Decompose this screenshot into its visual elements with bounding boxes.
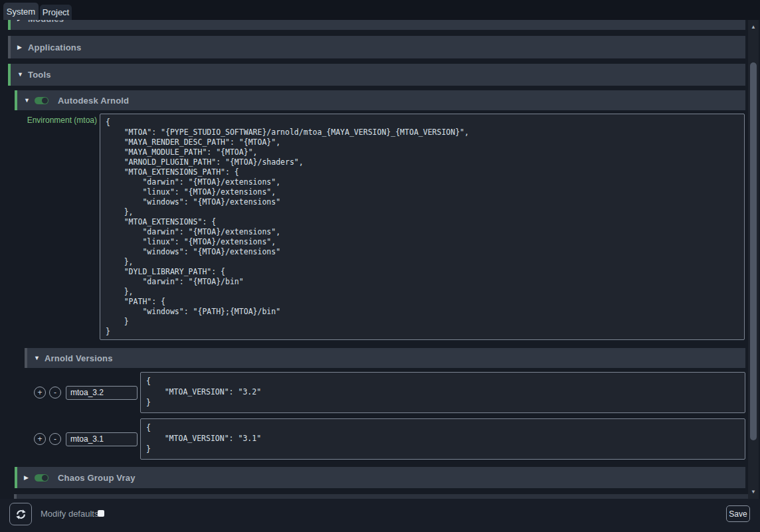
refresh-button[interactable] [9,503,32,525]
section-header-arnold-versions[interactable]: ▼ Arnold Versions [25,348,745,368]
footer-bar: Modify defaults Save [0,499,760,532]
expanded-arrow-icon: ▼ [24,98,35,104]
tab-bar: System Project [0,0,760,20]
section-header-modules[interactable]: ▶ Modules [8,20,745,30]
environment-mtoa-label: Environment (mtoa) [12,116,97,125]
add-version-button[interactable]: + [34,433,46,445]
version-environment-textarea[interactable]: { "MTOA_VERSION": "3.2" } [140,372,745,413]
environment-mtoa-textarea[interactable]: { "MTOA": "{PYPE_STUDIO_SOFTWARE}/arnold… [100,114,745,340]
section-header-autodesk-arnold[interactable]: ▼ Autodesk Arnold [15,90,745,110]
settings-scroll-area: ▶ Modules ▶ Applications ▼ Tools ▼ Autod… [0,20,760,499]
partially-visible-section-header[interactable] [14,494,748,499]
save-button[interactable]: Save [726,505,750,522]
remove-version-button[interactable]: - [49,387,61,399]
arnold-version-row: + - { "MTOA_VERSION": "3.1" } [34,418,745,460]
section-title: Arnold Versions [45,353,113,363]
scrollbar-thumb[interactable] [750,62,757,440]
section-title: Tools [28,70,51,80]
collapsed-arrow-icon: ▶ [17,44,28,50]
tab-system[interactable]: System [3,3,39,20]
arnold-version-row: + - { "MTOA_VERSION": "3.2" } [34,372,745,413]
collapsed-arrow-icon: ▶ [17,20,28,22]
remove-version-button[interactable]: - [49,433,61,445]
version-key-input[interactable] [66,432,138,446]
scroll-up-button[interactable]: ▲ [748,22,759,31]
version-key-input[interactable] [66,386,138,400]
version-environment-textarea[interactable]: { "MTOA_VERSION": "3.1" } [140,418,745,460]
section-header-chaos-group-vray[interactable]: ▶ Chaos Group Vray [15,467,745,488]
vertical-scrollbar[interactable]: ▲ ▼ [748,20,759,499]
arnold-enabled-toggle[interactable] [35,97,48,104]
expanded-arrow-icon: ▼ [17,72,28,78]
section-header-tools[interactable]: ▼ Tools [8,64,745,86]
expanded-arrow-icon: ▼ [34,355,45,361]
section-header-applications[interactable]: ▶ Applications [8,36,745,58]
modify-defaults-checkbox[interactable] [98,510,104,517]
section-title: Chaos Group Vray [58,473,136,483]
settings-window: System Project ▶ Modules ▶ Applications … [0,0,760,532]
section-title: Applications [28,43,81,52]
scroll-down-button[interactable]: ▼ [748,487,759,496]
refresh-icon [15,509,27,520]
section-title: Autodesk Arnold [58,96,129,106]
add-version-button[interactable]: + [34,387,46,399]
section-title: Modules [28,20,64,24]
modify-defaults-label: Modify defaults [41,509,98,519]
collapsed-arrow-icon: ▶ [24,475,35,481]
tab-project[interactable]: Project [40,5,72,20]
vray-enabled-toggle[interactable] [35,474,48,482]
